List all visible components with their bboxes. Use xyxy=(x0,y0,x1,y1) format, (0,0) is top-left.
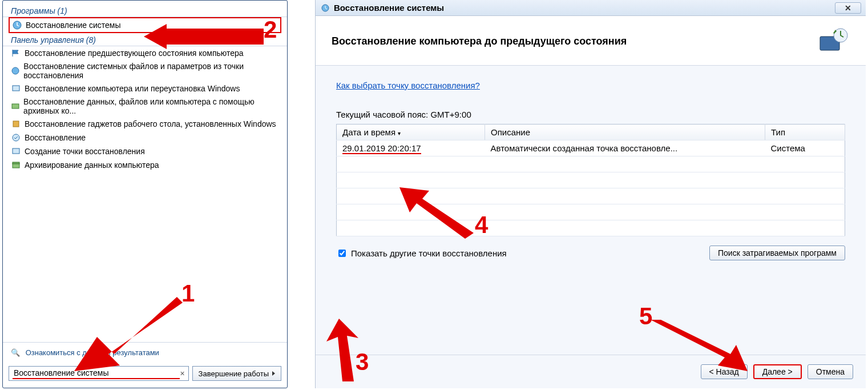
cp-label: Восстановление предшествующего состояния… xyxy=(25,49,244,58)
cp-item[interactable]: Восстановление предшествующего состояния… xyxy=(3,46,287,60)
show-more-checkbox[interactable] xyxy=(338,250,346,257)
system-icon xyxy=(11,146,21,156)
col-type[interactable]: Тип xyxy=(765,124,845,140)
cp-item[interactable]: Восстановление xyxy=(3,131,287,144)
cp-label: Создание точки восстановления xyxy=(25,147,145,156)
wizard-header: Восстановление компьютера до предыдущего… xyxy=(316,16,866,66)
cell-date: 29.01.2019 20:20:17 xyxy=(342,143,421,154)
cp-label: Восстановление xyxy=(25,133,86,142)
restore-icon xyxy=(12,20,22,30)
section-cp-header: Панель управления (8) xyxy=(3,33,287,46)
cancel-button[interactable]: Отмена xyxy=(808,364,853,379)
cp-item[interactable]: Восстановление системных файлов и параме… xyxy=(3,60,287,82)
svg-rect-2 xyxy=(13,86,19,91)
system-restore-wizard: Восстановление системы ✕ Восстановление … xyxy=(315,0,866,388)
program-system-restore[interactable]: Восстановление системы xyxy=(9,17,281,33)
wizard-footer: < Назад Далее > Отмена xyxy=(316,355,866,388)
restore-icon xyxy=(320,3,330,13)
section-programs-header: Программы (1) xyxy=(3,4,287,17)
cell-type: Система xyxy=(765,140,845,156)
close-icon: ✕ xyxy=(845,3,851,13)
search-input-wrapper: × xyxy=(9,366,189,381)
cp-label: Восстановление системных файлов и параме… xyxy=(23,62,279,80)
shutdown-label: Завершение работы xyxy=(199,369,269,378)
clear-search-icon[interactable]: × xyxy=(180,369,184,378)
search-icon: 🔍 xyxy=(11,348,20,357)
cp-label: Архивирование данных компьютера xyxy=(25,160,159,170)
restore-points-table: Дата и время ▾ Описание Тип 29.01.2019 2… xyxy=(336,124,845,236)
shutdown-button[interactable]: Завершение работы xyxy=(192,366,281,381)
flag-icon xyxy=(11,48,21,58)
system-icon xyxy=(11,83,21,94)
wizard-heading: Восстановление компьютера до предыдущего… xyxy=(332,35,627,47)
annotation-number: 4 xyxy=(475,211,488,239)
cp-item[interactable]: Восстановление компьютера или переустано… xyxy=(3,82,287,95)
cell-desc: Автоматически созданная точка восстановл… xyxy=(485,140,765,156)
svg-rect-3 xyxy=(12,104,19,108)
svg-point-5 xyxy=(13,134,19,141)
affected-programs-button[interactable]: Поиск затрагиваемых программ xyxy=(709,246,845,260)
restore-icon xyxy=(11,66,20,76)
show-more-checkbox-label[interactable]: Показать другие точки восстановления xyxy=(336,248,507,259)
table-row[interactable]: 29.01.2019 20:20:17 Автоматически создан… xyxy=(337,140,845,156)
cp-item[interactable]: Архивирование данных компьютера xyxy=(3,158,287,172)
cp-item[interactable]: Создание точки восстановления xyxy=(3,144,287,158)
col-desc[interactable]: Описание xyxy=(485,124,765,140)
cp-item[interactable]: Восстановление данных, файлов или компью… xyxy=(3,95,287,117)
table-row xyxy=(337,204,845,220)
annotation-number: 2 xyxy=(264,16,277,43)
recovery-icon xyxy=(11,132,21,143)
cp-item[interactable]: Восстановление гаджетов рабочего стола, … xyxy=(3,117,287,131)
restore-logo-icon xyxy=(815,27,850,55)
gadget-icon xyxy=(11,119,21,129)
table-row xyxy=(337,220,845,236)
table-row xyxy=(337,156,845,172)
cp-label: Восстановление гаджетов рабочего стола, … xyxy=(25,119,276,128)
table-row xyxy=(337,188,845,204)
window-titlebar: Восстановление системы ✕ xyxy=(316,0,866,16)
svg-point-1 xyxy=(12,67,19,74)
annotation-number: 5 xyxy=(639,303,652,330)
cp-label: Восстановление данных, файлов или компью… xyxy=(23,97,279,115)
next-button[interactable]: Далее > xyxy=(753,364,802,379)
table-row xyxy=(337,172,845,188)
timezone-label: Текущий часовой пояс: GMT+9:00 xyxy=(336,110,845,119)
close-button[interactable]: ✕ xyxy=(835,2,861,14)
svg-rect-8 xyxy=(13,162,19,164)
col-date[interactable]: Дата и время ▾ xyxy=(337,124,485,140)
window-title: Восстановление системы xyxy=(334,3,444,13)
start-menu-panel: Программы (1) Восстановление системы Пан… xyxy=(2,0,288,388)
svg-rect-6 xyxy=(13,148,19,154)
more-results-label: Ознакомиться с другими результатами xyxy=(26,348,159,357)
backup-icon xyxy=(11,101,20,111)
chevron-right-icon xyxy=(272,371,275,376)
back-button[interactable]: < Назад xyxy=(701,364,748,379)
program-label: Восстановление системы xyxy=(26,21,121,30)
cp-label: Восстановление компьютера или переустано… xyxy=(25,84,240,93)
annotation-number: 3 xyxy=(356,348,369,376)
search-input[interactable] xyxy=(13,368,180,379)
sort-icon: ▾ xyxy=(398,130,401,136)
show-more-text: Показать другие точки восстановления xyxy=(351,248,507,258)
svg-rect-4 xyxy=(13,121,19,127)
annotation-number: 1 xyxy=(181,280,195,307)
help-link[interactable]: Как выбрать точку восстановления? xyxy=(336,81,845,90)
archive-icon xyxy=(11,160,21,170)
more-results-link[interactable]: 🔍 Ознакомиться с другими результатами xyxy=(3,342,287,363)
